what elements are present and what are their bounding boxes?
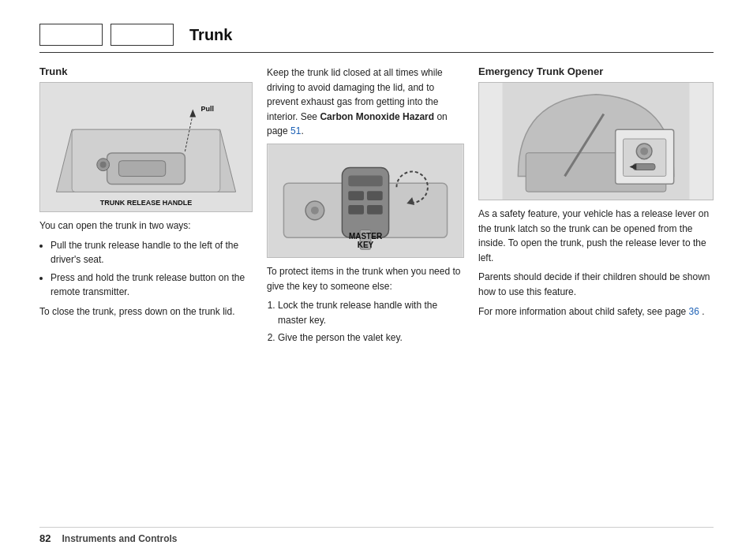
footer-label: Instruments and Controls [62,533,177,544]
emergency-heading: Emergency Trunk Opener [478,65,714,77]
emergency-para-1: As a safety feature, your vehicle has a … [478,207,714,265]
footer: 82 Instruments and Controls [39,527,714,544]
child-safety-text: For more information about child safety,… [478,306,689,317]
page-container: Trunk Trunk [0,0,753,560]
co-hazard-link[interactable]: 51 [290,125,301,136]
svg-point-18 [311,207,319,215]
svg-rect-27 [633,164,655,170]
valet-steps: Lock the trunk release handle with the m… [267,298,464,345]
svg-point-5 [100,162,107,168]
svg-rect-15 [367,205,383,215]
emergency-para-2: Parents should decide if their children … [478,270,714,299]
emergency-illustration [478,82,714,200]
right-column: Emergency Trunk Opener [478,65,714,323]
svg-rect-12 [348,191,364,200]
page-title: Trunk [189,26,714,44]
child-safety-suffix: . [699,306,705,317]
protection-text: To protect items in the trunk when you n… [267,264,464,293]
trunk-intro-text: You can open the trunk in two ways: [39,218,253,233]
nav-boxes [39,24,174,46]
trunk-bullet-2: Press and hold the trunk release button … [51,271,253,300]
svg-rect-3 [118,161,165,177]
valet-step-2: Give the person the valet key. [278,330,464,345]
footer-page-number: 82 [39,532,51,544]
left-column: Trunk [39,65,253,324]
main-columns: Trunk [39,65,714,350]
header-rule [39,52,714,53]
co-hazard-text: Keep the trunk lid closed at all times w… [267,65,464,139]
trunk-section-heading: Trunk [39,65,253,77]
header: Trunk [39,24,714,46]
emergency-para-3: For more information about child safety,… [478,304,714,319]
trunk-bullets: Pull the trunk release handle to the lef… [39,238,253,300]
nav-box-prev[interactable] [39,24,103,46]
nav-box-next[interactable] [111,24,174,46]
trunk-handle-illustration: Pull TRUNK RELEASE HANDLE [39,82,253,212]
co-hazard-period: . [301,125,303,136]
child-safety-link[interactable]: 36 [689,306,699,317]
pull-label: Pull [200,105,214,113]
svg-rect-11 [348,175,382,186]
svg-rect-14 [348,205,364,215]
valet-step-1: Lock the trunk release handle with the m… [278,298,464,327]
svg-point-26 [640,147,648,155]
co-hazard-bold: Carbon Monoxide Hazard [320,111,434,122]
trunk-handle-caption: TRUNK RELEASE HANDLE [100,199,193,207]
master-key-label: MASTER KEY [349,232,382,249]
master-key-illustration: MASTER KEY [267,144,464,258]
middle-column: Keep the trunk lid closed at all times w… [267,65,464,350]
svg-rect-13 [367,191,383,200]
trunk-closing-text: To close the trunk, press down on the tr… [39,304,253,319]
trunk-bullet-1: Pull the trunk release handle to the lef… [51,238,253,267]
